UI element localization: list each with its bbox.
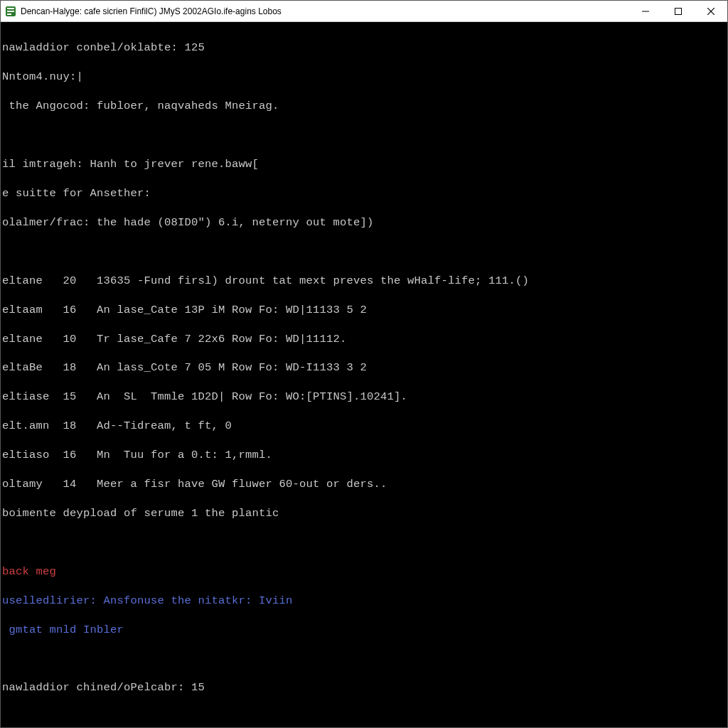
terminal-line: e suitte for Ansether: xyxy=(1,186,727,200)
info-line: gmtat mnld Inbler xyxy=(1,623,727,637)
app-icon xyxy=(5,6,16,17)
info-line: uselledlirier: Ansfonuse the nitatkr: Iv… xyxy=(1,594,727,608)
svg-rect-5 xyxy=(675,8,682,14)
table-row: oltamy 14 Meer a fisr have GW fluwer 60-… xyxy=(1,477,727,491)
terminal-blank xyxy=(1,535,727,550)
maximize-icon xyxy=(675,8,682,15)
table-row: eltaBe 18 An lass_Cote 7 05 M Row Fo: WD… xyxy=(1,360,727,375)
svg-rect-1 xyxy=(7,8,14,9)
table-row: eltiase 15 An SL Tmmle 1D2D| Row Fo: WO:… xyxy=(1,390,727,404)
close-button[interactable] xyxy=(695,1,727,21)
window-controls xyxy=(629,1,727,21)
terminal-blank xyxy=(1,245,727,259)
error-line: back meg xyxy=(1,564,727,579)
close-icon xyxy=(707,8,714,15)
minimize-button[interactable] xyxy=(629,1,662,21)
terminal-line: nawladdior chined/oPelcabr: 15 xyxy=(1,680,727,695)
table-row: eltane 20 13635 -Fund firsl) drount tat … xyxy=(1,274,727,288)
terminal-line: nawladdior conbel/oklabte: 125 xyxy=(1,41,727,55)
table-row: eltaam 16 An lase_Cate 13P iM Row Fo: WD… xyxy=(1,303,727,317)
terminal-line: olalmer/frac: the hade (08ID0") 6.i, net… xyxy=(1,215,727,230)
svg-rect-3 xyxy=(7,14,11,15)
minimize-icon xyxy=(642,8,649,15)
titlebar[interactable]: Dencan-Halyge: cafe sicrien FinfilC) JMy… xyxy=(1,1,727,22)
terminal-line: Nntom4.nuy:| xyxy=(1,70,727,84)
window-title: Dencan-Halyge: cafe sicrien FinfilC) JMy… xyxy=(21,6,629,16)
terminal-line: boimente deypload of serume 1 the planti… xyxy=(1,506,727,520)
terminal-blank xyxy=(1,128,727,142)
table-row: eltiaso 16 Mn Tuu for a 0.t: 1,rmml. xyxy=(1,448,727,462)
terminal-line: the Angocod: fubloer, naqvaheds Mneirag. xyxy=(1,99,727,113)
terminal-output[interactable]: nawladdior conbel/oklabte: 125 Nntom4.nu… xyxy=(1,22,727,727)
terminal-blank xyxy=(1,651,727,665)
app-window: Dencan-Halyge: cafe sicrien FinfilC) JMy… xyxy=(0,0,728,728)
svg-rect-2 xyxy=(7,11,14,12)
maximize-button[interactable] xyxy=(662,1,695,21)
terminal-line: il imtrageh: Hanh to jrever rene.baww[ xyxy=(1,157,727,171)
table-row: elt.amn 18 Ad--Tidream, t ft, 0 xyxy=(1,419,727,433)
terminal-blank xyxy=(1,710,727,724)
table-row: eltane 10 Tr lase_Cafe 7 22x6 Row Fo: WD… xyxy=(1,332,727,346)
